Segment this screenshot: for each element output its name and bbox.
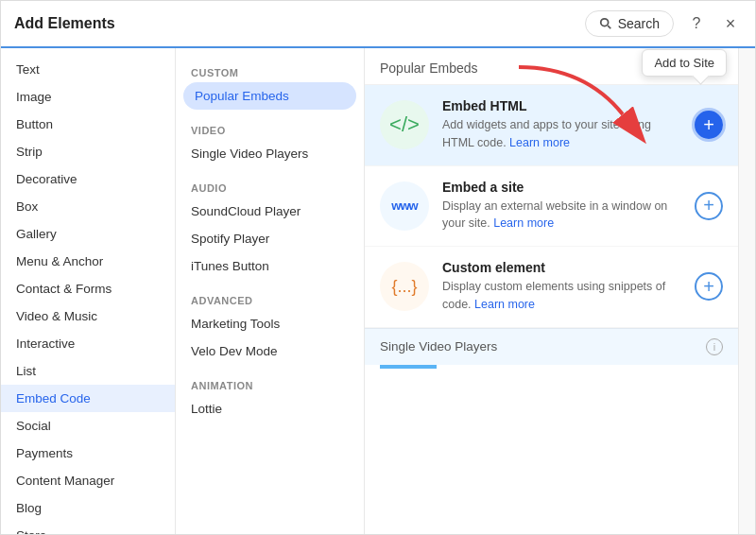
sidebar-item-social[interactable]: Social xyxy=(1,412,175,440)
panel-body: Text Image Button Strip Decorative Box G… xyxy=(1,48,755,534)
right-edge-content xyxy=(739,48,755,63)
custom-element-learn-more[interactable]: Learn more xyxy=(474,298,535,311)
embed-item-html[interactable]: Add to Site </> Embed HTML Add widgets a… xyxy=(365,85,738,166)
section-label-audio: AUDIO xyxy=(176,175,364,198)
help-button[interactable]: ? xyxy=(685,12,708,35)
section-label-animation: ANIMATION xyxy=(176,372,364,395)
sidebar-item-content-manager[interactable]: Content Manager xyxy=(1,467,175,494)
embed-site-name: Embed a site xyxy=(442,180,685,195)
sidebar-item-video-music[interactable]: Video & Music xyxy=(1,302,175,330)
sidebar-item-box[interactable]: Box xyxy=(1,193,175,220)
middle-item-lottie[interactable]: Lottie xyxy=(176,395,364,423)
main-content: Popular Embeds i Add to Site </> Embed H… xyxy=(365,48,738,534)
custom-element-name: Custom element xyxy=(442,260,685,275)
embed-site-learn-more[interactable]: Learn more xyxy=(493,216,554,230)
embed-html-name: Embed HTML xyxy=(442,98,685,113)
svg-point-0 xyxy=(600,19,608,26)
header-actions: Search ? × xyxy=(585,10,742,37)
sidebar-item-embed-code[interactable]: Embed Code xyxy=(1,385,175,412)
middle-item-marketing-tools[interactable]: Marketing Tools xyxy=(176,310,364,337)
video-section-info-icon[interactable]: i xyxy=(706,338,723,355)
add-to-site-tooltip: Add to Site xyxy=(642,49,727,77)
middle-item-velo-dev[interactable]: Velo Dev Mode xyxy=(176,337,364,365)
content-section-title: Popular Embeds xyxy=(380,60,478,76)
sidebar-item-contact-forms[interactable]: Contact & Forms xyxy=(1,275,175,302)
sidebar-item-menu-anchor[interactable]: Menu & Anchor xyxy=(1,248,175,275)
right-edge xyxy=(738,48,755,534)
add-elements-panel: Add Elements Search ? × Text Image Butto… xyxy=(0,0,756,535)
search-button[interactable]: Search xyxy=(585,10,674,37)
search-icon xyxy=(599,17,612,30)
middle-item-spotify[interactable]: Spotify Player xyxy=(176,225,364,252)
sidebar-item-text[interactable]: Text xyxy=(1,56,175,83)
middle-item-single-video[interactable]: Single Video Players xyxy=(176,140,364,167)
section-label-advanced: ADVANCED xyxy=(176,287,364,310)
svg-line-1 xyxy=(608,26,610,28)
embed-html-learn-more[interactable]: Learn more xyxy=(509,136,570,149)
middle-item-itunes[interactable]: iTunes Button xyxy=(176,252,364,280)
embed-site-info: Embed a site Display an external website… xyxy=(442,180,685,233)
sidebar-item-store[interactable]: Store xyxy=(1,522,175,534)
custom-element-icon: {...} xyxy=(380,262,429,311)
video-section-title: Single Video Players xyxy=(380,339,497,354)
panel-header: Add Elements Search ? × xyxy=(1,1,755,48)
section-label-video: VIDEO xyxy=(176,117,364,140)
sidebar-item-payments[interactable]: Payments xyxy=(1,440,175,467)
panel-title: Add Elements xyxy=(14,15,115,32)
custom-element-info: Custom element Display custom elements u… xyxy=(442,260,685,314)
embed-html-info: Embed HTML Add widgets and apps to your … xyxy=(442,98,685,152)
sidebar-item-blog[interactable]: Blog xyxy=(1,494,175,522)
embed-html-desc: Add widgets and apps to your site using … xyxy=(442,116,685,152)
section-label-custom: CUSTOM xyxy=(176,60,364,82)
sidebar-item-gallery[interactable]: Gallery xyxy=(1,220,175,248)
sidebar-item-interactive[interactable]: Interactive xyxy=(1,330,175,357)
embed-site-desc: Display an external website in a window … xyxy=(442,198,685,233)
sidebar-item-strip[interactable]: Strip xyxy=(1,138,175,165)
embed-item-site[interactable]: www Embed a site Display an external web… xyxy=(365,166,738,248)
close-button[interactable]: × xyxy=(719,12,742,35)
custom-element-add-button[interactable]: + xyxy=(695,272,723,301)
tooltip-label: Add to Site xyxy=(654,56,714,70)
video-section-header: Single Video Players i xyxy=(365,328,738,365)
middle-item-popular-embeds[interactable]: Popular Embeds xyxy=(183,82,356,110)
sidebar: Text Image Button Strip Decorative Box G… xyxy=(1,48,176,534)
sidebar-item-button[interactable]: Button xyxy=(1,111,175,138)
custom-element-desc: Display custom elements using snippets o… xyxy=(442,278,685,314)
sidebar-item-decorative[interactable]: Decorative xyxy=(1,165,175,193)
sidebar-item-image[interactable]: Image xyxy=(1,83,175,111)
embed-site-icon: www xyxy=(380,181,429,231)
blue-indicator xyxy=(380,365,437,369)
sidebar-item-list[interactable]: List xyxy=(1,357,175,385)
embed-site-add-button[interactable]: + xyxy=(695,192,723,220)
embed-html-icon: </> xyxy=(380,100,429,149)
embed-item-custom[interactable]: {...} Custom element Display custom elem… xyxy=(365,247,738,328)
search-label: Search xyxy=(618,16,660,31)
embed-html-add-button[interactable]: + xyxy=(695,111,723,139)
middle-panel: CUSTOM Popular Embeds VIDEO Single Video… xyxy=(176,48,365,534)
middle-item-soundcloud[interactable]: SoundCloud Player xyxy=(176,198,364,225)
